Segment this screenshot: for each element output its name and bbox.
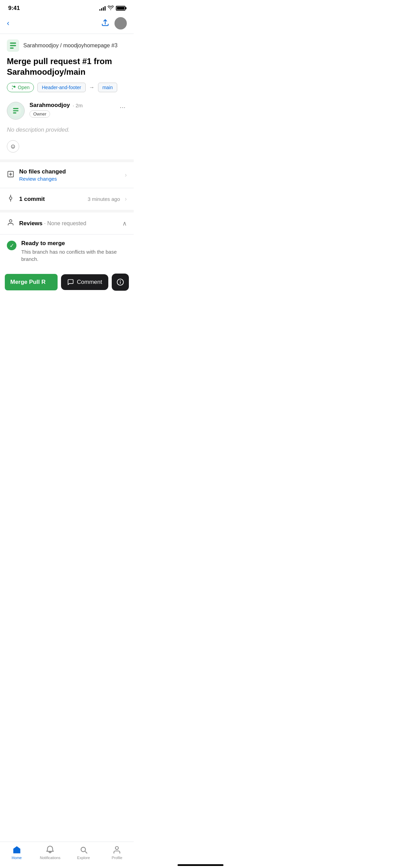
files-changed-icon bbox=[7, 170, 14, 180]
files-title: No files changed bbox=[19, 168, 66, 175]
battery-icon bbox=[116, 6, 125, 11]
owner-badge: Owner bbox=[29, 110, 50, 118]
author-avatar bbox=[7, 102, 25, 120]
open-badge-label: Open bbox=[18, 85, 29, 90]
commits-chevron-icon: › bbox=[125, 195, 127, 203]
pr-description: No description provided. bbox=[0, 124, 134, 139]
svg-rect-2 bbox=[10, 45, 16, 46]
svg-rect-6 bbox=[13, 110, 19, 111]
files-section[interactable]: No files changed Review changes › bbox=[0, 162, 134, 188]
status-bar: 9:41 bbox=[0, 0, 134, 14]
merge-ready-description: This branch has no conflicts with the ba… bbox=[21, 248, 127, 263]
merge-text: Ready to merge This branch has no confli… bbox=[21, 240, 127, 263]
author-time: · 2m bbox=[73, 103, 83, 108]
comment-icon bbox=[67, 279, 74, 286]
status-time: 9:41 bbox=[8, 5, 20, 12]
svg-rect-1 bbox=[10, 43, 16, 44]
files-text: No files changed Review changes bbox=[19, 168, 120, 182]
branch-arrow-icon: → bbox=[89, 84, 95, 91]
merge-ready-title: Ready to merge bbox=[21, 240, 127, 247]
merge-check-icon: ✓ bbox=[7, 241, 16, 250]
commits-section[interactable]: 1 commit 3 minutes ago › bbox=[0, 188, 134, 210]
comment-button[interactable]: Comment bbox=[61, 274, 108, 290]
back-button[interactable]: ‹ bbox=[7, 17, 12, 29]
commits-label: 1 commit bbox=[19, 196, 83, 203]
section-divider-2 bbox=[0, 210, 134, 213]
svg-point-9 bbox=[9, 197, 12, 200]
review-changes-link[interactable]: Review changes bbox=[19, 176, 120, 182]
comment-label: Comment bbox=[77, 279, 102, 286]
wifi-icon bbox=[108, 5, 114, 11]
svg-rect-7 bbox=[13, 112, 16, 113]
svg-rect-3 bbox=[10, 47, 14, 49]
author-name: Sarahmoodjoy bbox=[29, 102, 70, 109]
svg-rect-5 bbox=[13, 108, 19, 109]
signal-icon bbox=[99, 6, 106, 11]
nav-actions bbox=[101, 17, 127, 29]
reviews-sub: · None requested bbox=[44, 220, 86, 226]
repo-path: Sarahmoodjoy / moodjoyhomepage #3 bbox=[23, 43, 118, 49]
author-info: Sarahmoodjoy · 2m Owner bbox=[29, 102, 113, 118]
branch-row: Open Header-and-footer → main bbox=[0, 83, 134, 99]
target-branch-badge: main bbox=[98, 83, 117, 92]
pr-title: Merge pull request #1 from Sarahmoodjoy/… bbox=[0, 56, 134, 83]
action-bar: Merge Pull R Comment bbox=[0, 269, 134, 295]
emoji-reaction-button[interactable]: ☺ bbox=[7, 140, 19, 153]
emoji-row: ☺ bbox=[0, 139, 134, 159]
files-chevron-icon: › bbox=[125, 171, 127, 179]
section-divider-1 bbox=[0, 159, 134, 162]
status-icons bbox=[99, 5, 125, 11]
source-branch-badge: Header-and-footer bbox=[37, 83, 85, 92]
merge-status-section: ✓ Ready to merge This branch has no conf… bbox=[0, 234, 134, 269]
reviews-icon bbox=[7, 219, 14, 228]
info-button[interactable] bbox=[112, 274, 129, 291]
repo-header: Sarahmoodjoy / moodjoyhomepage #3 bbox=[0, 34, 134, 56]
avatar[interactable] bbox=[114, 17, 127, 29]
more-options-button[interactable]: ··· bbox=[118, 102, 127, 112]
author-row: Sarahmoodjoy · 2m Owner ··· bbox=[0, 99, 134, 124]
commit-icon bbox=[7, 194, 14, 204]
reviews-label: Reviews · None requested bbox=[19, 220, 118, 227]
merge-pull-request-button[interactable]: Merge Pull R bbox=[5, 274, 58, 290]
reviews-chevron-icon: ∧ bbox=[122, 220, 127, 227]
share-button[interactable] bbox=[101, 18, 110, 28]
commits-time: 3 minutes ago bbox=[88, 196, 120, 202]
reviews-section: Reviews · None requested ∧ bbox=[0, 213, 134, 234]
nav-bar: ‹ bbox=[0, 14, 134, 34]
info-icon bbox=[117, 278, 124, 286]
github-logo-icon bbox=[7, 39, 19, 52]
open-badge: Open bbox=[7, 83, 34, 92]
svg-point-12 bbox=[9, 220, 12, 222]
